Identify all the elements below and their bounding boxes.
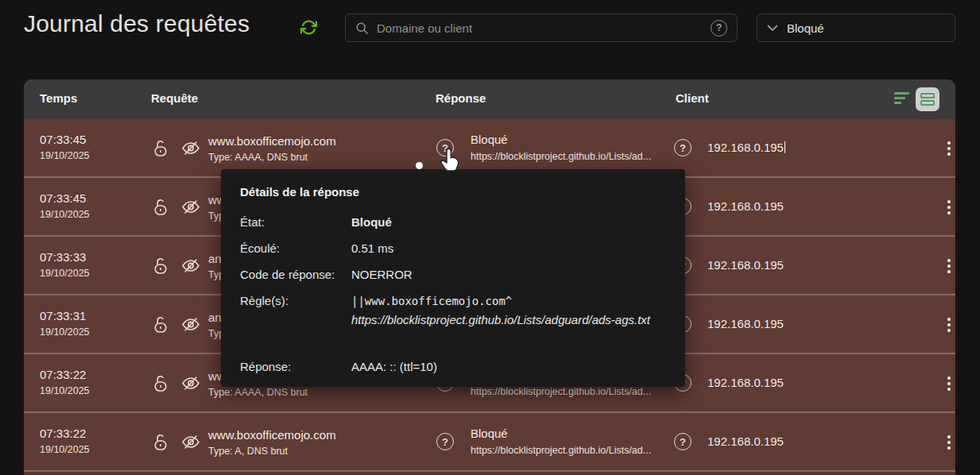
row-time: 07:33:45 (40, 133, 90, 146)
search-icon (355, 21, 369, 35)
client-help-icon[interactable]: ? (674, 433, 691, 450)
detailed-view-button[interactable] (916, 87, 939, 111)
response-status: Bloqué (471, 133, 651, 146)
row-date: 19/10/2025 (40, 150, 90, 161)
eye-off-icon (180, 256, 202, 276)
lock-icon (153, 315, 168, 334)
table-header: Temps Requête Réponse Client (24, 79, 955, 119)
kebab-menu-icon[interactable] (939, 237, 955, 295)
refresh-button[interactable] (299, 19, 318, 38)
compact-view-button[interactable] (894, 92, 910, 106)
kebab-menu-icon[interactable] (939, 413, 955, 472)
status-filter-select[interactable]: Bloqué (757, 14, 955, 42)
tooltip-elapsed-value: 0.51 ms (351, 241, 666, 257)
client-ip: 192.168.0.195 (707, 434, 784, 448)
tooltip-rule-value: ||www.boxofficemojo.com^ (351, 293, 666, 309)
response-details-tooltip: Détails de la réponse État: Bloqué Écoul… (221, 169, 685, 387)
lock-icon (153, 197, 168, 217)
tooltip-response-value: AAAA: :: (ttl=10) (351, 359, 666, 375)
client-help-icon[interactable]: ? (674, 139, 691, 156)
row-date: 19/10/2025 (40, 268, 90, 279)
tooltip-title: Détails de la réponse (240, 185, 666, 199)
response-rule-url: https://blocklistproject.github.io/Lists… (471, 445, 651, 456)
row-time: 07:33:22 (40, 368, 90, 381)
column-header-time: Temps (40, 91, 77, 105)
search-input[interactable] (377, 21, 703, 35)
search-help-icon[interactable]: ? (711, 20, 727, 37)
table-row-partial (24, 472, 955, 475)
column-header-request: Requête (151, 91, 198, 105)
row-time: 07:33:31 (40, 309, 90, 322)
tooltip-status-value: Bloqué (351, 214, 666, 230)
kebab-menu-icon[interactable] (939, 295, 955, 354)
refresh-icon (300, 19, 317, 36)
page-title: Journal des requêtes (24, 10, 250, 37)
time-cell: 07:33:45 19/10/2025 (40, 133, 90, 161)
row-time: 07:33:33 (40, 250, 90, 264)
kebab-menu-icon[interactable] (939, 119, 955, 178)
search-box: ? (345, 14, 738, 42)
table-view-icon (920, 93, 935, 98)
request-cell: www.boxofficemojo.com Type: AAAA, DNS br… (208, 134, 336, 163)
tooltip-elapsed-label: Écoulé: (240, 241, 351, 257)
row-date: 19/10/2025 (40, 385, 90, 396)
eye-off-icon (180, 373, 202, 393)
request-type: Type: AAAA, DNS brut (208, 387, 336, 398)
eye-off-icon (180, 432, 202, 452)
response-status: Bloqué (471, 427, 651, 440)
client-ip: 192.168.0.195 (707, 317, 784, 330)
eye-off-icon (180, 138, 202, 158)
lock-icon (153, 373, 168, 393)
client-ip: 192.168.0.195 (707, 141, 784, 154)
row-date: 19/10/2025 (40, 326, 90, 338)
client-cell: 192.168.0.195 (707, 141, 785, 154)
client-ip: 192.168.0.195 (707, 199, 784, 213)
tooltip-code-value: NOERROR (351, 267, 666, 283)
request-type: Type: AAAA, DNS brut (208, 152, 336, 163)
tooltip-code-label: Code de réponse: (240, 267, 351, 283)
lock-icon (153, 256, 168, 276)
chevron-down-icon (767, 25, 778, 32)
request-type: Type: A, DNS brut (208, 446, 336, 457)
kebab-menu-icon[interactable] (939, 354, 955, 413)
column-header-response: Réponse (436, 91, 486, 105)
row-time: 07:33:22 (40, 427, 90, 440)
response-rule-url: https://blocklistproject.github.io/Lists… (471, 151, 651, 162)
client-ip: 192.168.0.195 (707, 258, 784, 272)
filter-value: Bloqué (787, 21, 824, 35)
client-ip: 192.168.0.195 (707, 376, 784, 389)
lock-icon (153, 432, 168, 452)
response-rule-url: https://blocklistproject.github.io/Lists… (471, 386, 651, 397)
row-date: 19/10/2025 (40, 209, 90, 220)
table-view-icon (920, 100, 935, 106)
kebab-menu-icon[interactable] (939, 178, 955, 237)
tooltip-response-label: Réponse: (240, 359, 351, 375)
table-row: 07:33:2219/10/2025 www.boxofficemojo.com… (24, 413, 955, 472)
tooltip-status-label: État: (240, 214, 351, 230)
request-domain: www.boxofficemojo.com (208, 428, 336, 442)
lock-icon (153, 138, 168, 158)
tooltip-rule-source: https://blocklistproject.github.io/Lists… (351, 312, 666, 328)
mouse-cursor (439, 148, 461, 176)
row-time: 07:33:45 (40, 191, 90, 205)
column-header-client: Client (676, 91, 709, 105)
response-help-icon[interactable]: ? (436, 433, 454, 450)
cursor-click-dot (416, 162, 423, 169)
request-domain: www.boxofficemojo.com (208, 134, 336, 148)
row-date: 19/10/2025 (40, 444, 90, 455)
text-caret (784, 141, 786, 153)
eye-off-icon (180, 197, 202, 217)
response-cell: Bloqué https://blocklistproject.github.i… (471, 133, 651, 162)
eye-off-icon (180, 315, 202, 334)
tooltip-rule-label: Règle(s): (240, 293, 351, 328)
